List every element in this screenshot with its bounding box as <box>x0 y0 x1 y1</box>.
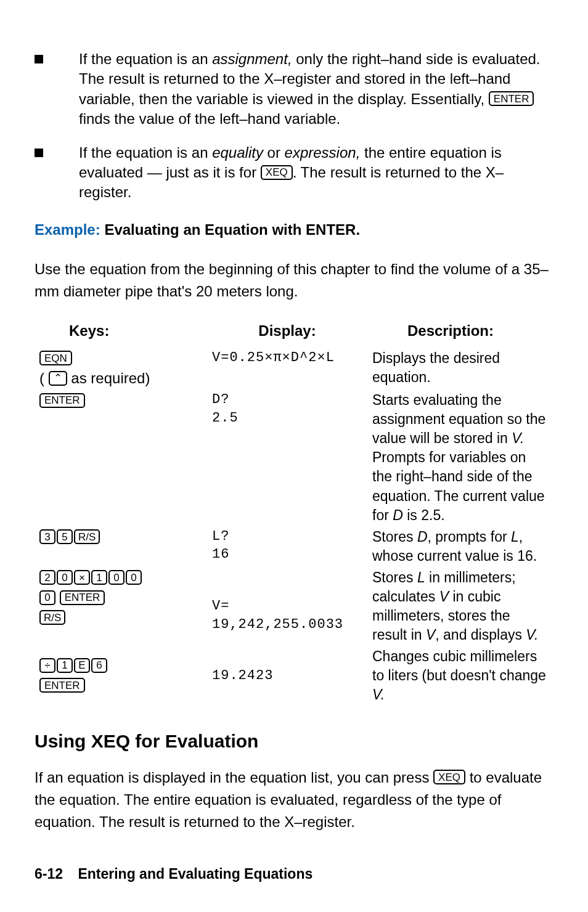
desc-cell: Stores L in millimeters; calculates V in… <box>367 567 553 646</box>
italic-text: L <box>511 529 519 545</box>
digit-key-icon: 0 <box>108 570 125 585</box>
section-heading: Using XEQ for Evaluation <box>35 729 553 754</box>
rs-key-icon: R/S <box>74 529 100 544</box>
display-cell: V= 19,242,255.0033 <box>207 567 367 646</box>
xeq-key-icon: XEQ <box>261 165 293 180</box>
table-row: 35R/S L? 16 Stores D, prompts for L, who… <box>35 526 553 567</box>
col-keys-header: Keys: <box>35 319 207 347</box>
digit-key-icon: 3 <box>39 529 55 544</box>
col-desc-header: Description: <box>367 319 553 347</box>
keys-cell: EQN ( ⌃ as required) <box>35 348 207 390</box>
steps-table: Keys: Display: Description: EQN ( ⌃ as r… <box>35 319 553 706</box>
xeq-key-icon: XEQ <box>433 770 465 784</box>
display-line: V= <box>212 598 229 614</box>
text: If the equation is an <box>79 51 212 67</box>
text: or <box>263 144 285 161</box>
text: Stores <box>372 529 417 545</box>
enter-key-icon: ENTER <box>39 678 85 693</box>
table-row: EQN ( ⌃ as required) V=0.25×π×D^2×L Disp… <box>35 348 553 390</box>
body-paragraph: If an equation is displayed in the equat… <box>35 767 553 833</box>
enter-key-icon: ENTER <box>489 91 534 106</box>
display-cell: L? 16 <box>207 526 367 567</box>
digit-key-icon: 1 <box>91 570 107 585</box>
display-cell: V=0.25×π×D^2×L <box>207 348 367 390</box>
italic-text: D <box>417 529 428 545</box>
display-line: L? <box>212 529 229 544</box>
digit-key-icon: 0 <box>57 570 73 585</box>
digit-key-icon: 0 <box>126 570 142 585</box>
italic-text: L <box>417 569 425 585</box>
italic-text: D <box>393 507 403 523</box>
table-row: ÷1E6 ENTER 19.2423 Changes cubic millime… <box>35 646 553 706</box>
example-label: Example: <box>35 221 100 238</box>
eqn-key-icon: EQN <box>39 351 72 365</box>
caret-key-icon: ⌃ <box>49 371 67 386</box>
bullet-item: If the equation is an assignment, only t… <box>35 49 553 129</box>
display-line: 19,242,255.0033 <box>212 617 343 632</box>
bullet-list: If the equation is an assignment, only t… <box>35 49 553 203</box>
table-row: ENTER D? 2.5 Starts evaluating the assig… <box>35 389 553 526</box>
bullet-item: If the equation is an equality or expres… <box>35 143 553 203</box>
example-title: Evaluating an Equation with ENTER. <box>100 221 360 238</box>
keys-cell: ENTER <box>35 389 207 526</box>
italic-text: expression, <box>285 144 361 161</box>
display-line: 19.2423 <box>212 668 273 683</box>
digit-key-icon: 1 <box>57 658 73 673</box>
text: , prompts for <box>428 529 511 545</box>
display-cell: D? 2.5 <box>207 389 367 526</box>
italic-text: V. <box>512 430 524 446</box>
italic-text: V <box>426 627 435 643</box>
digit-key-icon: 2 <box>39 570 55 585</box>
display-cell: 19.2423 <box>207 646 367 706</box>
page-footer: 6-12 Entering and Evaluating Equations <box>35 865 312 884</box>
italic-text: V <box>439 588 449 605</box>
text: Stores <box>372 569 417 585</box>
text: as required) <box>67 370 150 386</box>
display-line: D? <box>212 392 229 407</box>
enter-key-icon: ENTER <box>60 590 105 605</box>
example-heading: Example: Evaluating an Equation with ENT… <box>35 220 553 240</box>
italic-text: V. <box>372 686 385 702</box>
intro-paragraph: Use the equation from the beginning of t… <box>35 258 553 303</box>
text: If the equation is an <box>79 144 212 161</box>
italic-text: equality <box>212 144 263 161</box>
keys-cell: 20×100 0 ENTER R/S <box>35 567 207 646</box>
text: If an equation is displayed in the equat… <box>35 769 433 786</box>
text: , and displays <box>435 627 526 643</box>
digit-key-icon: 5 <box>57 529 73 544</box>
times-key-icon: × <box>74 570 90 585</box>
e-key-icon: E <box>74 658 90 673</box>
desc-cell: Starts evaluating the assignment equatio… <box>367 389 553 526</box>
desc-cell: Displays the desired equation. <box>367 348 553 390</box>
divide-key-icon: ÷ <box>39 658 55 673</box>
digit-key-icon: 0 <box>39 590 55 605</box>
page-number: 6-12 <box>35 866 63 882</box>
desc-cell: Stores D, prompts for L, whose current v… <box>367 526 553 567</box>
display-line: 16 <box>212 547 229 562</box>
table-row: 20×100 0 ENTER R/S V= 19,242,255.0033 St… <box>35 567 553 646</box>
digit-key-icon: 6 <box>91 658 107 673</box>
italic-text: V. <box>526 627 538 643</box>
text: is 2.5. <box>403 507 445 523</box>
keys-cell: ÷1E6 ENTER <box>35 646 207 706</box>
col-display-header: Display: <box>207 319 367 347</box>
display-line: 2.5 <box>212 410 239 426</box>
enter-key-icon: ENTER <box>39 393 85 408</box>
text: Changes cubic millimelers to liters (but… <box>372 648 546 683</box>
desc-cell: Changes cubic millimelers to liters (but… <box>367 646 553 706</box>
italic-text: assignment, <box>212 51 292 67</box>
keys-cell: 35R/S <box>35 526 207 567</box>
rs-key-icon: R/S <box>39 610 65 625</box>
text: finds the value of the left–hand variabl… <box>79 110 340 127</box>
chapter-title: Entering and Evaluating Equations <box>78 866 312 882</box>
